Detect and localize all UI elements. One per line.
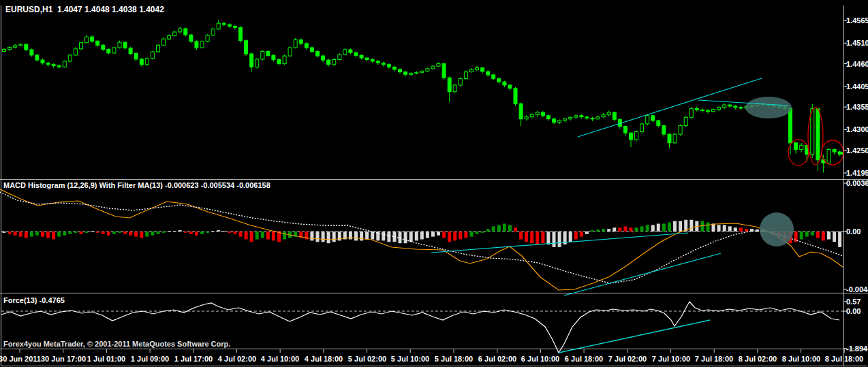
current-price-marker [838, 152, 843, 155]
time-axis-label: 4 Jul 02:00 [218, 355, 256, 363]
symbol-title: EURUSD,H1 1.4047 1.4048 1.4038 1.4042 [5, 5, 164, 14]
macd-axis-label: -0.00444 [846, 285, 868, 293]
candlestick-series[interactable] [3, 20, 842, 172]
price-axis-label: 1.4565 [846, 16, 868, 25]
force-axis-label: 0.57 [846, 298, 861, 306]
highlight-ellipse-main[interactable] [745, 97, 792, 118]
price-axis-label: 1.4510 [846, 39, 868, 47]
time-axis-label: 4 Jul 10:00 [261, 355, 299, 363]
force-trendline[interactable] [559, 320, 710, 353]
time-axis-label: 7 Jul 10:00 [652, 355, 690, 363]
time-axis-label: 4 Jul 18:00 [305, 355, 343, 363]
time-axis-label: 8 Jul 18:00 [825, 355, 863, 363]
time-axis-label: 1 Jul 09:00 [131, 355, 169, 363]
price-axis-label: 1.4355 [846, 103, 868, 111]
time-axis-label: 30 Jun 2011 [0, 355, 41, 363]
price-axis-label: 1.4250 [846, 146, 868, 155]
time-axis-label: 8 Jul 10:00 [782, 355, 820, 363]
time-axis-label: 30 Jun 17:00 [41, 355, 86, 363]
price-axis-label: 1.4405 [846, 82, 868, 91]
price-axis-label: 1.4195 [846, 169, 868, 177]
time-axis-label: 6 Jul 02:00 [478, 355, 516, 363]
time-axis-label: 5 Jul 10:00 [391, 355, 429, 363]
price-axis-label: 1.4300 [846, 125, 868, 133]
time-axis-label: 8 Jul 02:00 [739, 355, 777, 363]
time-axis-label: 5 Jul 18:00 [435, 355, 473, 363]
time-axis-label: 7 Jul 02:00 [608, 355, 647, 363]
copyright-text: Forex4you MetaTrader, © 2001-2011 MetaQu… [3, 340, 230, 348]
time-axis-label: 7 Jul 18:00 [695, 355, 733, 363]
price-axis-label: 1.4460 [846, 60, 868, 68]
time-axis-label: 1 Jul 01:00 [87, 355, 125, 363]
chart-window: EURUSD,H1 1.4047 1.4048 1.4038 1.4042 MA… [0, 0, 868, 367]
macd-signal-line [0, 189, 843, 290]
time-axis-label: 6 Jul 10:00 [521, 355, 559, 363]
time-axis-label: 6 Jul 18:00 [565, 355, 603, 363]
time-axis-label: 1 Jul 17:00 [174, 355, 213, 363]
macd-indicator-label: MACD Histogram (12,26,9) With Filter MA(… [3, 181, 270, 189]
force-axis-label: 0.00 [846, 307, 861, 315]
force-indicator-label: Force(13) -0.4765 [3, 296, 65, 304]
macd-axis-label: 0.00369 [846, 179, 868, 187]
macd-trendline-lower-ascending[interactable] [564, 253, 721, 296]
highlight-ellipse-macd[interactable] [760, 212, 794, 246]
force-axis-label: -1.894 [846, 345, 867, 353]
macd-axis-label: 0.00 [846, 227, 861, 236]
time-axis-label: 5 Jul 02:00 [348, 355, 386, 363]
